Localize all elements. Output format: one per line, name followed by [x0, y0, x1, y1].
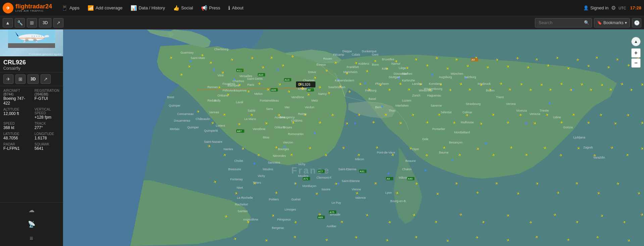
svg-text:Bourg-en-B.: Bourg-en-B. — [390, 199, 407, 203]
svg-text:Quimper: Quimper — [187, 126, 199, 129]
svg-text:Versailles: Versailles — [239, 74, 252, 78]
nav-about[interactable]: ℹ About — [224, 0, 247, 16]
svg-point-3 — [25, 39, 29, 42]
svg-point-15 — [277, 69, 279, 71]
svg-text:✈: ✈ — [449, 88, 452, 92]
svg-text:Morlaix: Morlaix — [170, 127, 180, 131]
svg-text:Dreux: Dreux — [308, 70, 316, 74]
svg-text:Quimper: Quimper — [169, 104, 181, 107]
svg-text:A13: A13 — [285, 78, 290, 81]
svg-text:A28: A28 — [271, 88, 276, 91]
svg-rect-7 — [36, 36, 37, 37]
data-history-icon: 📊 — [131, 5, 137, 11]
svg-text:Basel: Basel — [368, 97, 376, 101]
settings-icon[interactable]: ⚙ — [611, 5, 616, 11]
action-buttons: ✈ ⊞ 3D ↗ — [0, 72, 63, 86]
grid-view-button[interactable]: ⊞ — [15, 74, 26, 84]
svg-text:✈: ✈ — [291, 54, 294, 59]
svg-text:Bonn: Bonn — [372, 63, 379, 66]
nav-apps[interactable]: 📱 Apps — [57, 0, 84, 16]
vertical-speed-label: Vertical Speed — [35, 108, 59, 115]
search-input[interactable] — [535, 18, 592, 27]
logo-wrapper[interactable]: ✈ flightradar24 LIVE AIR TRAFFIC — [3, 3, 57, 13]
svg-text:Frankfurt: Frankfurt — [347, 65, 359, 69]
svg-text:Angoulême: Angoulême — [243, 218, 258, 221]
svg-text:La Rochelle: La Rochelle — [237, 196, 253, 199]
svg-text:Melun: Melun — [254, 92, 263, 96]
svg-text:Konstanz: Konstanz — [429, 82, 442, 85]
toolbar-grid-btn[interactable]: ⊞ — [27, 18, 37, 27]
svg-text:Udine: Udine — [553, 116, 561, 119]
svg-text:Luzern: Luzern — [402, 99, 411, 102]
svg-text:Issoire: Issoire — [321, 188, 331, 191]
bookmark-icon: 🔖 — [597, 20, 602, 25]
svg-text:Lyon: Lyon — [385, 191, 392, 194]
map-nav-up-button[interactable]: ▲ — [631, 37, 641, 46]
panel-satellite-icon[interactable]: 📡 — [27, 219, 37, 229]
svg-text:Saintes: Saintes — [238, 209, 248, 213]
svg-text:Vierzon: Vierzon — [283, 141, 293, 144]
svg-text:Bern: Bern — [375, 106, 382, 109]
svg-text:Pithiviers: Pithiviers — [222, 89, 235, 92]
svg-text:Concarneau: Concarneau — [177, 112, 194, 116]
svg-text:Trieste: Trieste — [540, 109, 549, 112]
track: 277° — [35, 125, 59, 130]
svg-text:A5: A5 — [472, 58, 475, 61]
svg-text:Liège: Liège — [399, 66, 406, 70]
svg-text:Guéret: Guéret — [291, 198, 301, 201]
svg-text:Saint-Etienne: Saint-Etienne — [342, 179, 360, 183]
svg-text:Sancoins: Sancoins — [268, 161, 281, 164]
share-button[interactable]: ↗ — [41, 74, 51, 84]
svg-text:Strasbourg: Strasbourg — [466, 102, 481, 106]
nav-data-history[interactable]: 📊 Data / History — [127, 0, 169, 16]
toolbar-wrench-btn[interactable]: 🔧 — [15, 18, 25, 27]
svg-text:A31: A31 — [360, 170, 365, 173]
clock-button[interactable]: 🕐 — [632, 18, 641, 27]
speed: 368 kt — [3, 125, 28, 130]
registration: F-GTUI — [35, 96, 59, 101]
svg-text:Montluçon: Montluçon — [302, 184, 316, 188]
altitude-label: Altitude — [3, 108, 28, 111]
squawk-label: Squawk — [35, 142, 59, 146]
svg-text:Ljubljana: Ljubljana — [573, 136, 585, 139]
svg-text:Interlaken: Interlaken — [395, 104, 409, 107]
svg-text:Thun: Thun — [389, 109, 396, 112]
svg-text:Cholet: Cholet — [234, 159, 243, 163]
svg-text:A75: A75 — [330, 211, 335, 214]
nav-add-coverage[interactable]: 📶 Add coverage — [84, 0, 127, 16]
svg-text:Karlsruhe: Karlsruhe — [402, 79, 415, 82]
toolbar-3d-btn[interactable]: 3D — [39, 18, 51, 27]
radar-label: Radar — [3, 142, 28, 146]
navbar: ✈ flightradar24 LIVE AIR TRAFFIC 📱 Apps … — [0, 0, 644, 16]
3d-view-button[interactable]: 3D — [28, 74, 39, 84]
longitude: 1.6178 — [35, 136, 59, 140]
signed-in-area[interactable]: 👤 Signed in — [583, 5, 608, 10]
map-container[interactable]: CRL926 France ✈ ✈ ✈ ✈ ✈ ✈ ✈ ✈ ✈ ✈ ✈ ✈ ✈ … — [63, 29, 644, 246]
left-panel: ✕ © christian gonzalez aguilar CRL926 Co… — [0, 16, 63, 246]
speed-cell: Speed 368 kt — [0, 120, 31, 131]
svg-text:Besançon: Besançon — [449, 141, 462, 144]
toolbar-share-btn[interactable]: ↗ — [53, 18, 63, 27]
panel-cloud-icon[interactable]: ☁ — [27, 205, 37, 215]
toolbar-up-btn[interactable]: ▲ — [3, 18, 13, 27]
social-label: Social — [181, 5, 193, 10]
svg-text:Freiburg: Freiburg — [365, 89, 377, 92]
svg-text:Winterthur: Winterthur — [419, 89, 433, 92]
bookmarks-button[interactable]: 🔖 Bookmarks ▾ — [594, 18, 630, 27]
zoom-in-button[interactable]: + — [631, 48, 641, 58]
svg-text:Fécamp: Fécamp — [333, 53, 344, 56]
svg-text:Dijon: Dijon — [412, 147, 419, 151]
svg-text:Chartres: Chartres — [303, 79, 315, 82]
svg-rect-6 — [34, 36, 35, 37]
svg-text:Aurillac: Aurillac — [327, 225, 337, 228]
zoom-out-button[interactable]: − — [631, 58, 641, 68]
svg-text:Baume: Baume — [439, 151, 449, 154]
nav-social[interactable]: 👍 Social — [169, 0, 197, 16]
track-button[interactable]: ✈ — [3, 74, 13, 84]
svg-text:Châteaulin: Châteaulin — [196, 117, 210, 121]
logo-icon: ✈ — [3, 3, 13, 13]
nav-press[interactable]: 📢 Press — [197, 0, 224, 16]
svg-text:Rochefort: Rochefort — [235, 203, 248, 206]
panel-layers-icon[interactable]: ≡ — [27, 233, 37, 243]
signed-in-label: Signed in — [590, 5, 608, 10]
